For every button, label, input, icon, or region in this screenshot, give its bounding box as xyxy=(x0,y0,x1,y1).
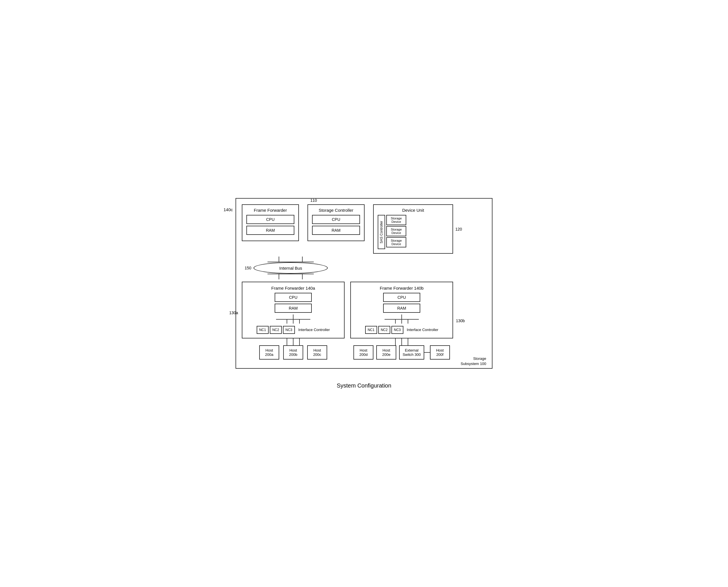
host-200b: Host200b xyxy=(283,345,303,359)
ext-switch-host-group: ExternalSwitch 300 Host200f xyxy=(399,345,450,359)
bus-up-wire-1 xyxy=(279,257,279,262)
ff140b-nc1-down-wire xyxy=(395,338,396,345)
ff-140a: Frame Forwarder 140a CPU RAM xyxy=(242,282,345,338)
du-title: Device Unit xyxy=(378,208,449,213)
storage-device-3: StorageDevice xyxy=(386,237,406,248)
host-200d: Host200d xyxy=(354,345,373,359)
ff-top-title: Frame Forwarder xyxy=(246,208,294,213)
ff-140a-nc-row: NC1 NC2 NC3 Interface Controller xyxy=(257,326,330,334)
bus-col: Internal Bus xyxy=(253,257,328,279)
label-130a: 130a xyxy=(229,310,238,315)
ff-140b-nc2: NC2 xyxy=(378,326,390,334)
ff-140b-nc3-wire xyxy=(408,320,408,324)
ff-140b-nc1-wire xyxy=(395,320,396,324)
host-200e: Host200e xyxy=(376,345,396,359)
ff-140a-nc2: NC2 xyxy=(270,326,282,334)
storage-device-2: StorageDevice xyxy=(386,226,406,236)
sas-controller: SAS Controller xyxy=(378,215,385,249)
label-130b: 130b xyxy=(456,319,465,323)
ff140b-nc2-down-wire xyxy=(402,338,402,345)
ff-140a-nc1-wire xyxy=(287,320,287,324)
hosts-def: Host200d Host200e ExternalSwitch 300 Hos… xyxy=(354,345,450,359)
sc-title: Storage Controller xyxy=(312,208,360,213)
ff-140b-inner: CPU RAM NC1 NC2 NC3 xyxy=(355,293,449,334)
ff-140b-nc-down-wires xyxy=(395,338,408,345)
ff-140b-nc-wires xyxy=(395,320,408,324)
ff-140a-nc1: NC1 xyxy=(257,326,269,334)
diagram-container: 140c Frame Forwarder CPU RAM 110 Storage… xyxy=(235,198,493,389)
ff-140a-ram: RAM xyxy=(275,304,312,313)
ff-140b-nc2-wire xyxy=(402,320,402,324)
sc-wrapper: 110 Storage Controller CPU RAM xyxy=(308,204,365,241)
nc3-down-wire xyxy=(299,338,300,345)
host-200a: Host200a xyxy=(259,345,279,359)
switch-to-host-wire xyxy=(424,352,430,353)
ff-140a-ic-label: Interface Controller xyxy=(298,328,330,332)
ff-140a-nc3-wire xyxy=(299,320,300,324)
ff-140b-ram-down-wire xyxy=(402,314,402,319)
ff-140b-title: Frame Forwarder 140b xyxy=(355,286,449,290)
bottom-section: 130a Frame Forwarder 140a CPU RAM xyxy=(242,282,486,359)
ff-140a-nc3: NC3 xyxy=(283,326,295,334)
ff-140a-title: Frame Forwarder 140a xyxy=(246,286,340,290)
storage-controller: Storage Controller CPU RAM xyxy=(308,204,365,241)
ff-140a-nc2-wire xyxy=(293,320,294,324)
bus-down-wire-1 xyxy=(279,274,279,279)
hosts-abc: Host200a Host200b Host200c xyxy=(259,345,327,359)
nc1-down-wire xyxy=(287,338,287,345)
label-110: 110 xyxy=(310,198,317,203)
external-switch-300: ExternalSwitch 300 xyxy=(399,345,424,359)
label-150: 150 xyxy=(245,266,251,270)
ff-140b-nc-row: NC1 NC2 NC3 Interface Controller xyxy=(365,326,438,334)
internal-bus-row: 150 Internal Bus xyxy=(242,257,486,279)
ff-140b-ram: RAM xyxy=(383,304,420,313)
ff-140a-inner: CPU RAM xyxy=(246,293,340,334)
host-200f: Host200f xyxy=(430,345,450,359)
diagram-caption: System Configuration xyxy=(235,382,493,389)
ff140b-nc3-down-wire xyxy=(408,338,408,345)
host-200c: Host200c xyxy=(307,345,327,359)
label-120: 120 xyxy=(455,227,462,231)
frame-forwarder-top: Frame Forwarder CPU RAM xyxy=(242,204,299,241)
ff-140a-cpu: CPU xyxy=(275,293,312,302)
nc2-down-wire xyxy=(293,338,294,345)
bus-down-connectors xyxy=(279,274,303,279)
ff-140a-nc-connector-h xyxy=(293,314,294,319)
ff-140b-nc1: NC1 xyxy=(365,326,377,334)
ff-top-wrapper: Frame Forwarder CPU RAM xyxy=(242,204,299,241)
storage-devices: StorageDevice StorageDevice StorageDevic… xyxy=(386,215,406,249)
bus-up-connectors xyxy=(279,257,303,262)
ff-top-ram: RAM xyxy=(246,226,294,235)
storage-device-1: StorageDevice xyxy=(386,215,406,225)
ff-140b: Frame Forwarder 140b CPU RAM xyxy=(350,282,453,338)
du-inner: SAS Controller StorageDevice StorageDevi… xyxy=(378,215,449,249)
storage-subsystem-label: StorageSubsystem 100 xyxy=(460,356,486,367)
ff-140b-ic-label: Interface Controller xyxy=(407,328,438,332)
ff-140a-ram-down-wire xyxy=(293,314,294,319)
ff-140a-col: Frame Forwarder 140a CPU RAM xyxy=(242,282,345,359)
ff-140b-cpu: CPU xyxy=(383,293,420,302)
ff-140b-nc3: NC3 xyxy=(391,326,403,334)
main-outer-box: 140c Frame Forwarder CPU RAM 110 Storage… xyxy=(235,198,493,369)
device-unit-wrapper: Device Unit SAS Controller StorageDevice… xyxy=(373,204,462,254)
sc-cpu: CPU xyxy=(312,215,360,224)
ff-140a-nc-down-wires xyxy=(287,338,300,345)
top-row: Frame Forwarder CPU RAM 110 Storage Cont… xyxy=(242,204,486,254)
sc-ram: RAM xyxy=(312,226,360,235)
internal-bus: Internal Bus xyxy=(253,262,328,274)
device-unit: Device Unit SAS Controller StorageDevice… xyxy=(373,204,453,254)
bus-down-wire-2 xyxy=(302,274,303,279)
ff-140b-col: Frame Forwarder 140b CPU RAM xyxy=(350,282,453,359)
ff-top-cpu: CPU xyxy=(246,215,294,224)
ff-140a-nc-wires xyxy=(287,320,300,324)
bus-up-wire-2 xyxy=(302,257,303,262)
label-140c: 140c xyxy=(224,207,233,212)
